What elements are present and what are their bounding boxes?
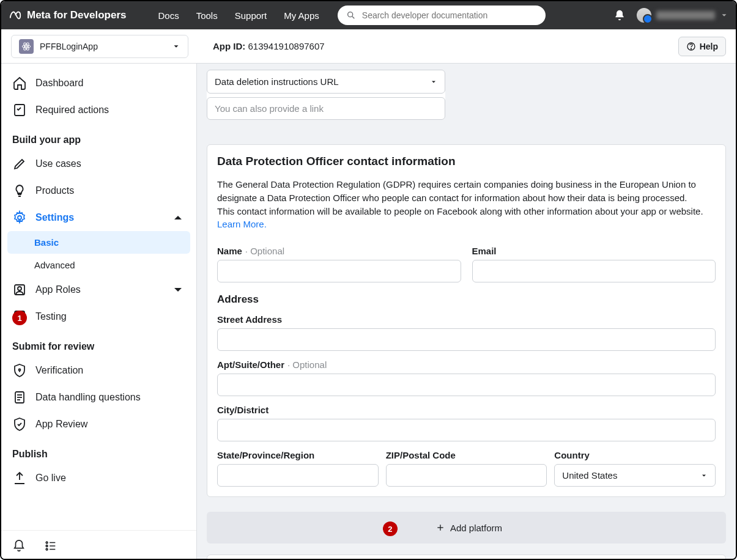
lightbulb-icon [12, 183, 27, 198]
svg-point-0 [347, 12, 352, 17]
shield-lock-icon [12, 363, 27, 378]
city-label: City/District [217, 405, 716, 415]
app-id-label: App ID: [213, 41, 245, 51]
country-label: Country [554, 450, 716, 460]
sidebar-item-app-review[interactable]: App Review [7, 411, 190, 438]
svg-point-18 [46, 542, 48, 543]
state-label: State/Province/Region [217, 450, 379, 460]
zip-input[interactable] [386, 464, 547, 487]
top-nav: Docs Tools Support My Apps [158, 10, 319, 21]
svg-point-11 [18, 287, 21, 290]
chevron-down-icon [720, 11, 728, 20]
nav-docs[interactable]: Docs [158, 10, 179, 21]
help-button[interactable]: Help [678, 37, 726, 56]
street-label: Street Address [217, 314, 716, 325]
name-label: Name · Optional [217, 246, 461, 256]
caret-down-icon [430, 78, 437, 86]
checklist-icon [12, 103, 27, 117]
email-label: Email [472, 246, 716, 256]
sidebar-item-dashboard[interactable]: Dashboard [7, 70, 190, 97]
help-label: Help [700, 42, 718, 51]
svg-point-9 [18, 216, 21, 219]
chevron-up-icon [171, 210, 185, 225]
street-input[interactable] [217, 328, 716, 351]
home-icon [12, 76, 27, 90]
svg-point-13 [19, 369, 21, 371]
sidebar-item-testing[interactable]: Testing [7, 303, 190, 330]
svg-point-7 [691, 48, 691, 49]
topbar-right [613, 8, 728, 23]
svg-point-3 [22, 45, 30, 48]
sidebar-item-products[interactable]: Products [7, 177, 190, 204]
caret-down-icon [700, 472, 708, 479]
country-select[interactable]: United States [554, 464, 716, 487]
bell-outline-icon[interactable] [12, 539, 26, 553]
people-icon [12, 282, 27, 297]
sidebar-item-data-handling[interactable]: Data handling questions [7, 384, 190, 411]
bell-icon [613, 9, 626, 21]
user-name-blurred [656, 11, 715, 20]
layout: 1 Dashboard Required actions Build your … [1, 64, 736, 560]
app-id-value: 613941910897607 [248, 41, 325, 51]
app-selector[interactable]: PFFBLoginApp [11, 35, 188, 58]
search-icon [346, 10, 356, 20]
sidebar-item-required-actions[interactable]: Required actions [7, 97, 190, 123]
main-content: Data deletion instructions URL Data Prot… [197, 64, 736, 560]
data-deletion-dropdown[interactable]: Data deletion instructions URL [207, 70, 445, 94]
nav-tools[interactable]: Tools [196, 10, 218, 21]
data-deletion-block: Data deletion instructions URL [207, 70, 445, 120]
search-wrap [338, 6, 606, 25]
add-platform-button[interactable]: 2 Add platform [207, 512, 726, 543]
nav-myapps[interactable]: My Apps [284, 10, 319, 21]
annotation-badge-1: 1 [12, 311, 27, 325]
user-menu[interactable] [637, 8, 728, 23]
svg-point-20 [46, 548, 48, 550]
gear-icon [12, 210, 27, 225]
app-id-block: App ID: 613941910897607 [213, 41, 325, 51]
search-box[interactable] [338, 6, 546, 25]
chevron-down-icon [172, 42, 180, 51]
sidebar: 1 Dashboard Required actions Build your … [1, 64, 197, 560]
dpo-name-input[interactable] [217, 260, 461, 282]
sidebar-item-go-live[interactable]: Go live [7, 465, 190, 492]
annotation-badge-2: 2 [383, 521, 398, 536]
sidebar-item-use-cases[interactable]: Use cases [7, 150, 190, 177]
sub-header: PFFBLoginApp App ID: 613941910897607 Hel… [1, 29, 736, 64]
shield-check-icon [12, 417, 27, 432]
city-input[interactable] [217, 419, 716, 441]
sidebar-subitem-basic[interactable]: Basic [7, 231, 190, 254]
chevron-down-icon [171, 282, 185, 297]
pencil-icon [12, 157, 27, 171]
upload-icon [12, 471, 27, 485]
nav-support[interactable]: Support [235, 10, 267, 21]
footer-actions: Discard Save changes [207, 554, 726, 560]
app-name: PFFBLoginApp [40, 42, 98, 51]
activity-log-icon[interactable] [44, 539, 57, 553]
dpo-email-input[interactable] [472, 260, 716, 282]
state-input[interactable] [217, 464, 379, 487]
search-input[interactable] [362, 10, 537, 20]
data-deletion-url-input[interactable] [207, 97, 445, 120]
sidebar-item-verification[interactable]: Verification [7, 357, 190, 384]
sidebar-subitem-advanced[interactable]: Advanced [7, 254, 190, 276]
sidebar-section-build: Build your app [7, 123, 190, 150]
meta-logo-icon [9, 9, 22, 22]
app-icon [19, 39, 34, 54]
svg-line-1 [352, 17, 354, 18]
svg-point-2 [26, 45, 28, 47]
sidebar-item-settings[interactable]: Settings [7, 204, 190, 231]
sidebar-item-app-roles[interactable]: App Roles [7, 276, 190, 303]
plus-icon [435, 523, 445, 532]
dpo-title: Data Protection Officer contact informat… [217, 155, 716, 168]
top-bar: Meta for Developers Docs Tools Support M… [1, 1, 736, 29]
learn-more-link[interactable]: Learn More. [217, 219, 267, 229]
brand-text: Meta for Developers [27, 9, 127, 21]
document-icon [12, 390, 27, 405]
avatar [637, 8, 651, 23]
sidebar-section-submit: Submit for review [7, 330, 190, 357]
notifications-button[interactable] [613, 9, 626, 21]
apt-input[interactable] [217, 374, 716, 396]
address-heading: Address [217, 293, 716, 306]
dpo-card: Data Protection Officer contact informat… [207, 144, 726, 497]
brand[interactable]: Meta for Developers [9, 9, 127, 22]
